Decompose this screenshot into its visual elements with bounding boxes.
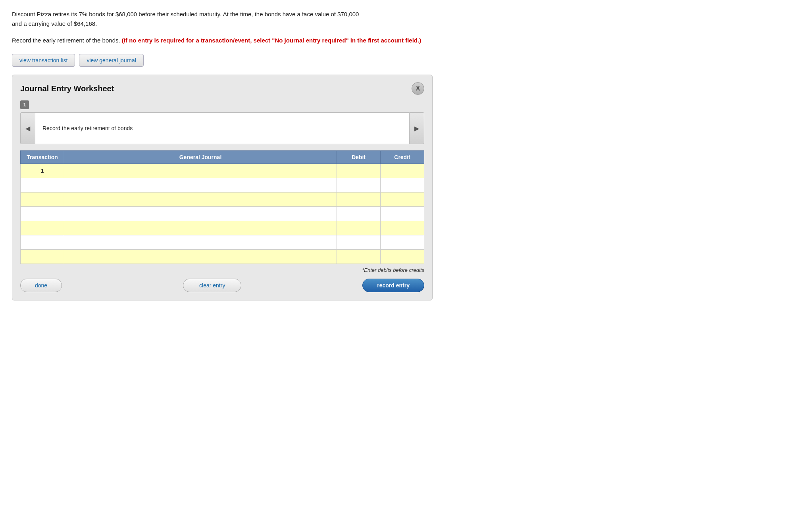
cell-debit-2[interactable] [337,178,381,193]
cell-transaction-1: 1 [21,164,64,178]
table-row [21,207,424,221]
col-header-transaction: Transaction [21,151,64,164]
cell-credit-7[interactable] [381,250,424,264]
worksheet-title: Journal Entry Worksheet [20,84,114,93]
table-header: Transaction General Journal Debit Credit [21,151,424,164]
table-row [21,221,424,235]
cell-debit-7[interactable] [337,250,381,264]
cell-transaction-4 [21,207,64,221]
cell-credit-3[interactable] [381,193,424,207]
cell-debit-5[interactable] [337,221,381,235]
cell-journal-3[interactable] [64,193,337,207]
step-badge: 1 [20,100,29,109]
record-entry-button[interactable]: record entry [362,279,424,292]
cell-debit-1[interactable] [337,164,381,178]
instruction-red: (If no entry is required for a transacti… [122,37,421,44]
cell-transaction-6 [21,235,64,250]
cell-journal-4[interactable] [64,207,337,221]
instruction-main: Record the early retirement of the bonds… [12,37,120,44]
table-body: 1 [21,164,424,264]
enter-debits-note: *Enter debits before credits [20,267,424,273]
table-row [21,250,424,264]
description-nav: ◀ Record the early retirement of bonds ▶ [20,112,424,144]
col-header-credit: Credit [381,151,424,164]
table-row [21,193,424,207]
top-buttons-group: view transaction list view general journ… [12,54,800,67]
cell-journal-2[interactable] [64,178,337,193]
cell-credit-1[interactable] [381,164,424,178]
clear-entry-button[interactable]: clear entry [183,279,241,292]
cell-transaction-7 [21,250,64,264]
cell-journal-6[interactable] [64,235,337,250]
table-row [21,178,424,193]
cell-credit-4[interactable] [381,207,424,221]
intro-paragraph: Discount Pizza retires its 7% bonds for … [12,10,429,29]
close-button[interactable]: X [412,82,424,95]
table-row [21,235,424,250]
description-box: Record the early retirement of bonds [35,112,409,144]
intro-line1: Discount Pizza retires its 7% bonds for … [12,11,359,17]
cell-credit-2[interactable] [381,178,424,193]
next-arrow[interactable]: ▶ [409,112,424,144]
instruction-paragraph: Record the early retirement of the bonds… [12,36,429,45]
cell-journal-7[interactable] [64,250,337,264]
cell-transaction-5 [21,221,64,235]
table-row: 1 [21,164,424,178]
cell-transaction-3 [21,193,64,207]
worksheet-header: Journal Entry Worksheet X [20,82,424,95]
done-button[interactable]: done [20,279,62,292]
col-header-debit: Debit [337,151,381,164]
cell-credit-5[interactable] [381,221,424,235]
intro-line2: and a carrying value of $64,168. [12,20,97,27]
view-general-journal-button[interactable]: view general journal [79,54,144,67]
bottom-buttons-group: done clear entry record entry [20,279,424,292]
col-header-general-journal: General Journal [64,151,337,164]
view-transaction-list-button[interactable]: view transaction list [12,54,75,67]
journal-entry-worksheet: Journal Entry Worksheet X 1 ◀ Record the… [12,75,433,300]
prev-arrow[interactable]: ◀ [20,112,35,144]
cell-credit-6[interactable] [381,235,424,250]
cell-journal-1[interactable] [64,164,337,178]
header-row: Transaction General Journal Debit Credit [21,151,424,164]
cell-debit-4[interactable] [337,207,381,221]
cell-transaction-2 [21,178,64,193]
description-text: Record the early retirement of bonds [42,125,133,131]
cell-journal-5[interactable] [64,221,337,235]
journal-table: Transaction General Journal Debit Credit… [20,150,424,264]
cell-debit-6[interactable] [337,235,381,250]
cell-debit-3[interactable] [337,193,381,207]
